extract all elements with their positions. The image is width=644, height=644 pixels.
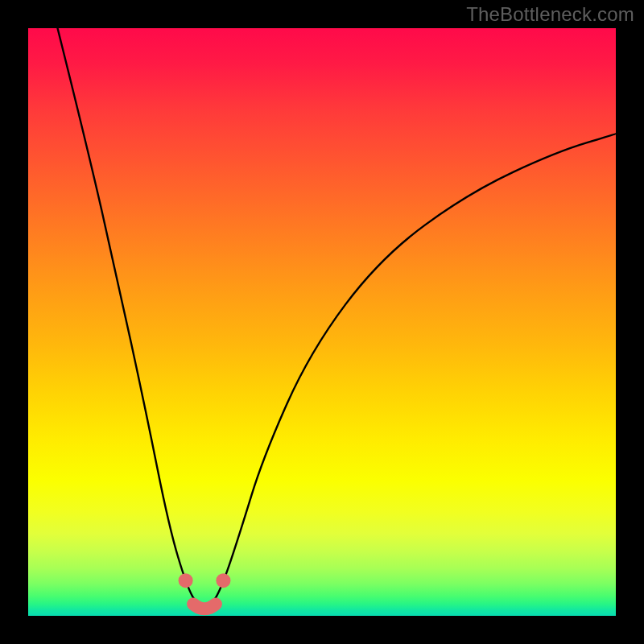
minimum-marker-u bbox=[193, 604, 216, 609]
minimum-marker-dot-right bbox=[216, 573, 230, 588]
bottleneck-curve bbox=[58, 28, 617, 607]
figure-frame: TheBottleneck.com bbox=[0, 0, 644, 644]
watermark-text: TheBottleneck.com bbox=[466, 3, 634, 26]
curve-layer bbox=[28, 28, 616, 616]
minimum-marker-dot-left bbox=[179, 573, 193, 588]
plot-area bbox=[28, 28, 616, 616]
